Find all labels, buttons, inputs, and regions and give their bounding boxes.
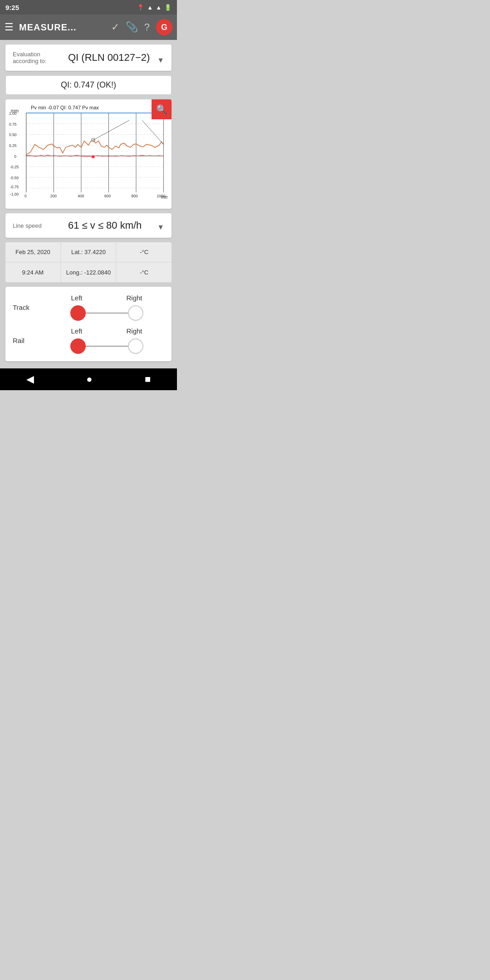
qi-result-text: QI: 0.747 (OK!) <box>61 80 116 89</box>
track-selector-row: Track Left Right <box>13 294 164 321</box>
rail-right-radio[interactable] <box>128 338 143 354</box>
home-button[interactable]: ● <box>75 370 103 389</box>
svg-text:200: 200 <box>50 194 57 198</box>
status-bar: 9:25 📍 ▲ ▲ 🔋 <box>0 0 177 15</box>
svg-text:800: 800 <box>132 194 138 198</box>
rail-left-radio[interactable] <box>70 338 86 354</box>
svg-text:-1.00: -1.00 <box>10 192 19 196</box>
speed-card: Line speed 61 ≤ v ≤ 80 km/h ▼ <box>5 213 172 238</box>
info-cell-lon: Long.: -122.0840 <box>61 263 116 282</box>
app-bar: ☰ MEASURE... ✓ 📎 ? G <box>0 15 177 40</box>
svg-text:400: 400 <box>78 194 84 198</box>
svg-point-34 <box>92 155 95 158</box>
menu-icon[interactable]: ☰ <box>5 21 14 33</box>
svg-text:600: 600 <box>104 194 111 198</box>
speed-value: 61 ≤ v ≤ 80 km/h <box>68 220 152 231</box>
track-right-label: Right <box>126 294 142 302</box>
track-toggle[interactable] <box>49 305 164 321</box>
info-cell-time: 9:24 AM <box>5 263 60 282</box>
svg-text:0.50: 0.50 <box>9 132 17 137</box>
rail-left-label: Left <box>71 327 82 335</box>
measurement-chart: mm mm 1.00 0.75 0.50 <box>9 104 168 204</box>
svg-text:0: 0 <box>24 194 27 198</box>
svg-line-36 <box>142 120 163 144</box>
svg-text:1000: 1000 <box>157 194 165 198</box>
track-label: Track <box>13 304 49 311</box>
content-area: Evaluation according to: QI (RLN 00127−2… <box>0 40 177 366</box>
track-selector-group: Left Right <box>49 294 164 321</box>
speed-dropdown-arrow[interactable]: ▼ <box>157 223 164 231</box>
rail-label: Rail <box>13 337 49 344</box>
back-button[interactable]: ◀ <box>15 370 45 389</box>
svg-text:-0.75: -0.75 <box>10 185 19 189</box>
track-left-radio[interactable] <box>70 305 86 321</box>
wifi-icon: ▲ <box>147 4 153 11</box>
eval-dropdown-arrow[interactable]: ▼ <box>157 56 164 64</box>
check-icon[interactable]: ✓ <box>111 21 119 33</box>
signal-icon: ▲ <box>156 4 162 11</box>
track-left-label: Left <box>71 294 82 302</box>
battery-icon: 🔋 <box>164 4 172 11</box>
info-cell-date: Feb 25, 2020 <box>5 242 60 262</box>
chart-wrapper: mm mm 1.00 0.75 0.50 <box>9 104 168 205</box>
bottom-nav: ◀ ● ■ <box>0 368 177 390</box>
info-cell-lat: Lat.: 37.4220 <box>61 242 116 262</box>
svg-text:-0.25: -0.25 <box>10 165 19 169</box>
rail-selector-row: Rail Left Right <box>13 327 164 354</box>
chart-search-button[interactable]: 🔍 <box>152 99 172 119</box>
qi-result-box: QI: 0.747 (OK!) <box>5 75 172 95</box>
rail-toggle[interactable] <box>49 338 164 354</box>
speed-label: Line speed <box>13 222 63 229</box>
info-cell-temp2: -°C <box>117 263 172 282</box>
svg-text:0: 0 <box>14 154 16 159</box>
svg-text:-0.50: -0.50 <box>10 176 19 180</box>
app-bar-actions: ✓ 📎 ? G <box>111 19 172 35</box>
search-icon: 🔍 <box>156 104 167 115</box>
track-selector-card: Track Left Right Rail Left Right <box>5 287 172 361</box>
track-toggle-line <box>79 313 134 314</box>
info-grid: Feb 25, 2020 Lat.: 37.4220 -°C 9:24 AM L… <box>5 242 172 282</box>
chart-card: 🔍 Pv min -0.07 QI: 0.747 Pv max mm mm <box>5 99 172 209</box>
status-time: 9:25 <box>5 4 19 11</box>
info-cell-temp1: -°C <box>117 242 172 262</box>
track-side-labels: Left Right <box>49 294 164 302</box>
svg-text:1.00: 1.00 <box>9 111 17 116</box>
recent-button[interactable]: ■ <box>134 370 162 389</box>
location-icon: 📍 <box>137 4 144 11</box>
track-right-radio[interactable] <box>128 305 143 321</box>
evaluation-card: Evaluation according to: QI (RLN 00127−2… <box>5 44 172 71</box>
status-icons: 📍 ▲ ▲ 🔋 <box>137 4 172 11</box>
svg-text:0.75: 0.75 <box>9 122 17 127</box>
eval-label: Evaluation according to: <box>13 51 63 64</box>
rail-selector-group: Left Right <box>49 327 164 354</box>
rail-right-label: Right <box>126 327 142 335</box>
avatar[interactable]: G <box>156 19 172 35</box>
rail-toggle-line <box>79 346 134 347</box>
help-icon[interactable]: ? <box>144 21 150 33</box>
eval-value: QI (RLN 00127−2) <box>68 52 152 64</box>
app-title: MEASURE... <box>19 22 106 33</box>
svg-text:0.25: 0.25 <box>9 143 17 148</box>
rail-side-labels: Left Right <box>49 327 164 335</box>
svg-line-35 <box>93 120 129 140</box>
clip-icon[interactable]: 📎 <box>126 21 138 33</box>
